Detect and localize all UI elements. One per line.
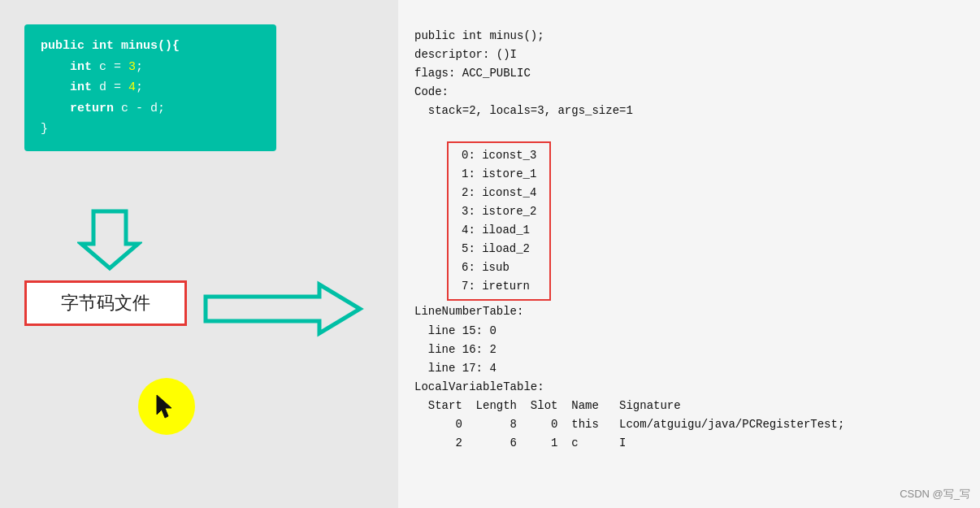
bytecode-line: 0: iconst_3 [462,149,536,162]
code-label: Code: [414,85,449,98]
bytecode-line: 5: iload_2 [462,242,530,255]
line-number-table: LineNumberTable: line 15: 0 line 16: 2 l… [414,302,964,453]
right-panel: public int minus(); descriptor: ()I flag… [398,0,980,508]
arrow-right-icon [202,280,364,337]
extra-line: line 17: 4 [414,362,497,375]
extra-line: line 16: 2 [414,343,497,356]
bytecode-line: 3: istore_2 [462,205,536,218]
method-signature: public int minus(); [414,29,544,42]
bytecode-line: 4: iload_1 [462,224,530,237]
bytecode-box: 字节码文件 [24,280,187,326]
bytecode-line: 7: ireturn [462,280,530,293]
cursor-indicator [138,378,195,435]
bytecode-table: 0: iconst_31: istore_12: iconst_43: isto… [447,141,551,302]
svg-marker-2 [157,395,171,418]
bytecode-line: 6: isub [462,261,510,274]
extra-line: Start Length Slot Name Signature [414,399,681,412]
bytecode-list: 0: iconst_31: istore_12: iconst_43: isto… [462,146,536,297]
bytecode-line: 2: iconst_4 [462,186,536,199]
extra-line: LineNumberTable: [414,305,523,318]
csdn-watermark: CSDN @写_写 [900,487,970,501]
svg-marker-0 [81,211,138,268]
left-panel: public int minus(){ int c = 3; int d = 4… [0,0,398,508]
svg-marker-1 [206,284,360,333]
extra-line: 2 6 1 c I [414,436,626,449]
extra-line: line 15: 0 [414,324,497,337]
bytecode-line: 1: istore_1 [462,167,536,180]
arrow-down-icon [77,207,142,272]
right-code-display: public int minus(); descriptor: ()I flag… [414,8,964,140]
flags-line: flags: ACC_PUBLIC [414,67,531,80]
code-block: public int minus(){ int c = 3; int d = 4… [24,24,276,151]
extra-line: 0 8 0 this Lcom/atguigu/java/PCRegisterT… [414,418,844,431]
descriptor-line: descriptor: ()I [414,48,517,61]
stack-info: stack=2, locals=3, args_size=1 [414,104,633,117]
extra-line: LocalVariableTable: [414,380,544,393]
cursor-icon [152,392,181,421]
